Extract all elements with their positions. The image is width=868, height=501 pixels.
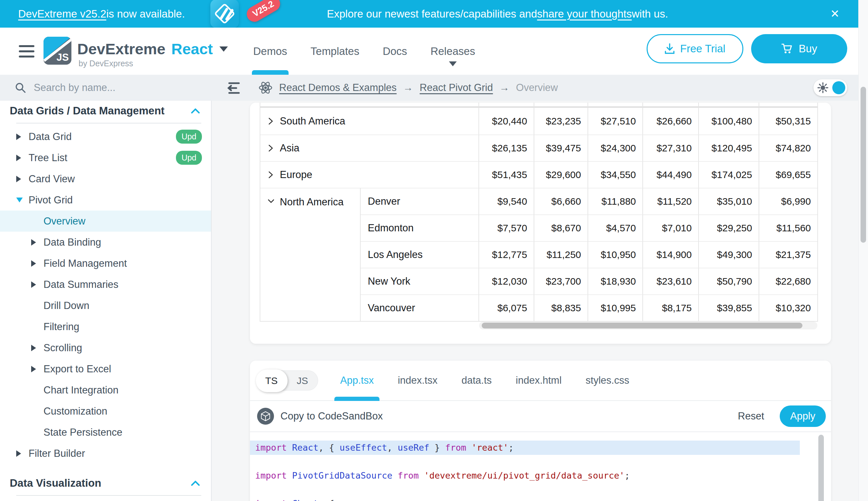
pivot-horizontal-scrollbar[interactable] [479,322,817,329]
pivot-cell: $7,010 [643,214,699,241]
updated-badge: Upd [176,151,202,165]
sidebar-item-scrolling[interactable]: Scrolling [0,337,211,358]
section-data-grids[interactable]: Data Grids / Data Management [0,101,211,121]
pivot-cell: $100,480 [699,108,759,135]
nav-releases[interactable]: Releases [430,28,475,75]
tab-index-html[interactable]: index.html [516,361,562,400]
sidebar-item-tree-list[interactable]: Tree ListUpd [0,147,211,168]
breadcrumb-pivotgrid-link[interactable]: React Pivot Grid [420,82,493,94]
toggle-js-label[interactable]: JS [297,375,308,386]
chevron-right-icon[interactable] [31,239,36,246]
sidebar-item-label: Data Grid [29,131,72,143]
banner-version-link[interactable]: DevExtreme v25.2 [18,8,106,20]
sidebar-item-pivot-grid[interactable]: Pivot Grid [0,189,211,211]
share-thoughts-link[interactable]: share your thoughts [537,8,632,20]
sidebar-item-filter-builder[interactable]: Filter Builder [0,443,211,464]
pivot-cell: $8,670 [534,214,588,241]
pivot-row-asia[interactable]: Asia [260,135,479,161]
expand-chevron-right-icon[interactable] [267,144,274,152]
sidebar-item-field-management[interactable]: Field Management [0,253,211,274]
devextreme-demos-page: DevExtreme v25.2 is now available. V25.2… [0,0,868,501]
sidebar-item-data-grid[interactable]: Data GridUpd [0,126,211,147]
codesandbox-icon[interactable] [257,408,274,425]
reset-button[interactable]: Reset [738,411,764,422]
pivot-row-north-america[interactable]: North America [260,188,361,321]
sidebar-item-state-persistence[interactable]: State Persistence [0,422,211,443]
framework-dropdown-caret[interactable] [219,46,228,52]
search-input[interactable] [34,82,177,94]
code-scrollbar-thumb[interactable] [818,435,824,501]
sidebar-item-overview[interactable]: Overview [0,211,211,232]
pivot-cell: $23,235 [534,108,588,135]
page-scrollbar-thumb[interactable] [860,87,866,243]
pivot-cell: $49,300 [699,241,759,268]
sidebar-item-label: Data Binding [44,236,101,248]
chevron-down-icon[interactable] [16,198,23,202]
pivot-cell: $8,835 [534,294,588,321]
tab-data-ts[interactable]: data.ts [462,361,492,400]
pivot-cell: $50,790 [699,268,759,294]
pivot-grid-demo-card: South America $20,440 $23,235 $27,510 $2… [250,103,831,344]
sidebar-item-customization[interactable]: Customization [0,401,211,422]
brand-row: DevExtreme React [77,40,228,58]
sidebar-item-export-to-excel[interactable]: Export to Excel [0,358,211,380]
tab-app-tsx[interactable]: App.tsx [340,361,374,400]
free-trial-button[interactable]: Free Trial [647,34,743,63]
sidebar-search[interactable] [0,75,212,101]
sidebar-item-filtering[interactable]: Filtering [0,316,211,337]
chevron-right-icon[interactable] [31,345,36,351]
pivot-cell: $51,435 [479,161,534,188]
pivot-cell: $11,880 [588,188,643,214]
version-badge: V25.2 [244,0,283,24]
theme-toggle[interactable] [813,79,847,96]
chevron-right-icon[interactable] [31,260,36,267]
chevron-right-icon[interactable] [16,154,21,161]
nav-templates[interactable]: Templates [311,28,359,75]
chevron-right-icon[interactable] [16,176,21,182]
tab-styles-css[interactable]: styles.css [585,361,629,400]
theme-toggle-knob[interactable] [832,81,845,94]
section-title: Data Grids / Data Management [10,105,165,117]
sidebar-item-label: Filtering [44,321,79,333]
collapse-chevron-down-icon[interactable] [267,198,275,204]
framework-name[interactable]: React [172,40,213,58]
section-title: Data Visualization [10,477,101,489]
language-toggle[interactable]: TS JS [256,370,318,391]
pivot-horizontal-scrollbar-thumb[interactable] [482,323,802,329]
copy-to-codesandbox-label[interactable]: Copy to CodeSandBox [281,411,383,422]
hamburger-menu-icon[interactable] [19,45,34,57]
devextreme-js-logo[interactable]: JS [44,37,72,65]
section-data-visualization[interactable]: Data Visualization [0,473,211,493]
apply-button[interactable]: Apply [780,405,826,427]
expand-chevron-right-icon[interactable] [267,117,274,125]
chevron-right-icon[interactable] [31,366,36,372]
chevron-right-icon[interactable] [31,281,36,288]
sidebar-item-drill-down[interactable]: Drill Down [0,295,211,316]
collapse-panel-icon[interactable] [227,81,242,96]
pivot-cell: $18,930 [588,268,643,294]
nav-docs[interactable]: Docs [383,28,407,75]
sidebar-item-chart-integration[interactable]: Chart Integration [0,380,211,401]
pivot-cell: $12,775 [479,241,534,268]
chevron-right-icon[interactable] [16,450,21,457]
nav-demos[interactable]: Demos [253,28,287,75]
expand-chevron-right-icon[interactable] [267,171,274,179]
pivot-cell: $39,475 [534,135,588,161]
breadcrumb-demos-link[interactable]: React Demos & Examples [279,82,397,94]
sidebar-item-data-binding[interactable]: Data Binding [0,232,211,253]
sidebar-item-data-summaries[interactable]: Data Summaries [0,274,211,295]
react-icon [259,81,273,95]
banner-close-icon[interactable]: ✕ [827,6,843,21]
pivot-cell: $23,700 [534,268,588,294]
buy-button[interactable]: Buy [751,34,847,63]
pivot-row-south-america[interactable]: South America [260,108,479,135]
sidebar-item-card-view[interactable]: Card View [0,168,211,189]
pivot-cell: $39,855 [699,294,759,321]
breadcrumb-separator: → [403,82,413,94]
pivot-row-europe[interactable]: Europe [260,161,479,188]
chevron-right-icon[interactable] [16,134,21,140]
page-scrollbar-track[interactable] [858,0,868,501]
tab-index-tsx[interactable]: index.tsx [398,361,437,400]
pivot-cell: $9,540 [479,188,534,214]
toggle-ts-label[interactable]: TS [265,375,277,386]
